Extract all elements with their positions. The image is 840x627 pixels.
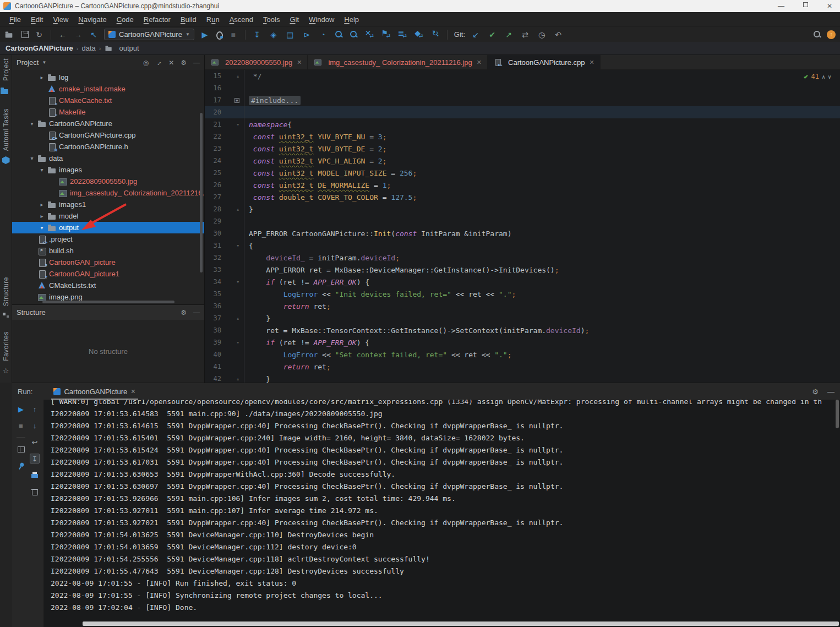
console-vertical-scrollbar[interactable] [836, 400, 839, 428]
tree-item--project[interactable]: .project [12, 233, 204, 245]
deploy-icon[interactable]: ↧ [252, 30, 262, 40]
tree-item-makefile[interactable]: Makefile [12, 106, 204, 118]
fold-marker[interactable] [221, 361, 244, 373]
menu-ascend[interactable]: Ascend [225, 15, 258, 24]
run-tab-close-icon[interactable]: ✕ [130, 388, 135, 395]
tree-item-20220809005550-jpg[interactable]: 20220809005550.jpg [12, 176, 204, 187]
fold-marker[interactable]: ▵ [221, 373, 244, 383]
chevron-right-icon[interactable]: ▸ [36, 201, 47, 208]
menu-edit[interactable]: Edit [26, 15, 48, 24]
run-tab[interactable]: CartoonGANPicture ✕ [51, 383, 138, 400]
restore-layout-icon[interactable] [16, 444, 26, 454]
soft-wrap-icon[interactable]: ↩ [30, 437, 40, 447]
git-push-icon[interactable]: ↗ [504, 30, 514, 40]
tree-item-model[interactable]: ▸model [12, 210, 204, 222]
chevron-right-icon[interactable]: ▸ [36, 74, 47, 80]
fold-marker[interactable]: ▿ [221, 118, 244, 130]
fold-marker[interactable]: ▿ [221, 239, 244, 252]
scroll-to-end-icon[interactable]: ↧ [30, 454, 40, 464]
menu-window[interactable]: Window [304, 15, 339, 24]
chevron-right-icon[interactable]: ▸ [36, 213, 47, 219]
structure-toolwindow-icon[interactable] [3, 312, 9, 318]
fold-marker[interactable] [221, 155, 244, 167]
project-toolwindow-icon[interactable] [0, 86, 9, 95]
compare-tree-icon[interactable]: ≣⇄ [397, 28, 407, 41]
breadcrumb-item-cartoonganpicture[interactable]: CartoonGANPicture [6, 44, 73, 52]
up-stack-trace-icon[interactable]: ↑ [30, 404, 40, 414]
build-config-icon[interactable]: ▤ [285, 30, 295, 40]
stop-icon[interactable]: ■ [228, 30, 238, 40]
compare-x-icon[interactable]: ✕⇄ [364, 28, 374, 41]
tree-item-images1[interactable]: ▸images1 [12, 199, 204, 210]
fold-expand-icon[interactable]: + [234, 98, 239, 103]
fold-marker[interactable] [221, 179, 244, 191]
minimize-button[interactable]: — [778, 2, 784, 10]
tree-item-build-sh[interactable]: build.sh [12, 245, 204, 257]
run-config-select[interactable]: CartoonGANPicture ▼ [104, 29, 194, 40]
tab-close-icon[interactable]: ✕ [297, 59, 302, 66]
menu-code[interactable]: Code [112, 15, 139, 24]
breadcrumb-item-data[interactable]: data [81, 44, 95, 52]
down-stack-trace-icon[interactable]: ↓ [30, 421, 40, 430]
fold-marker[interactable] [221, 106, 244, 118]
fold-marker[interactable] [221, 82, 244, 94]
save-all-icon[interactable] [21, 31, 29, 38]
run-settings-gear-icon[interactable]: ⚙ [812, 388, 819, 396]
tree-item-output[interactable]: ▾output [12, 222, 204, 233]
tree-item-cartoonganpicture-cpp[interactable]: CartoonGANPicture.cpp [12, 129, 204, 141]
tree-item-cmakecache-txt[interactable]: CMakeCache.txt [12, 95, 204, 106]
chevron-down-icon[interactable]: ▾ [36, 167, 47, 173]
fold-marker[interactable] [221, 348, 244, 361]
update-available-icon[interactable]: ↑ [827, 30, 836, 39]
maximize-button[interactable] [803, 2, 808, 7]
menu-build[interactable]: Build [176, 15, 201, 24]
locate-file-icon[interactable]: ◎ [143, 59, 149, 67]
run-hide-icon[interactable]: — [827, 388, 834, 396]
next-problem-icon[interactable]: ∨ [828, 74, 831, 80]
fold-marker[interactable] [221, 191, 244, 203]
fold-marker[interactable]: ▵ [221, 70, 244, 82]
back-icon[interactable]: ← [58, 30, 68, 40]
search-everywhere-icon[interactable] [813, 30, 821, 39]
log-search-icon[interactable] [350, 30, 358, 39]
run-console[interactable]: [ WARN:0] global /usr1/opensource/openso… [44, 400, 840, 627]
tree-horizontal-scrollbar[interactable] [42, 301, 174, 303]
fold-marker[interactable]: ▵ [221, 203, 244, 215]
tree-vertical-scrollbar[interactable] [200, 113, 203, 272]
tree-item-cmakelists-txt[interactable]: CMakeLists.txt [12, 280, 204, 291]
model-analyzer-icon[interactable] [335, 30, 343, 39]
menu-git[interactable]: Git [285, 15, 304, 24]
chevron-down-icon[interactable]: ▼ [42, 60, 46, 65]
fold-marker[interactable]: ▵ [221, 312, 244, 324]
print-icon[interactable] [30, 470, 40, 480]
tree-item-cartoongan-picture[interactable]: CartoonGAN_picture [12, 257, 204, 268]
sidebar-item-automl-tasks[interactable]: Automl Tasks [2, 108, 10, 151]
hide-panel-icon[interactable]: — [193, 59, 200, 67]
prev-problem-icon[interactable]: ∧ [822, 74, 825, 80]
sidebar-item-structure[interactable]: Structure [2, 277, 10, 306]
clear-console-icon[interactable] [30, 487, 40, 497]
code-editor[interactable]: 15▵ */1617+#include...2021▿namespace{22 … [205, 70, 840, 383]
rerun-icon[interactable]: ▶ [16, 404, 26, 414]
debug-icon[interactable] [215, 31, 223, 39]
project-panel-title[interactable]: Project [17, 58, 39, 67]
menu-file[interactable]: File [4, 15, 26, 24]
fold-marker[interactable] [221, 264, 244, 276]
inspections-widget[interactable]: ✔✔ 41 ∧ ∨ [804, 73, 831, 80]
structure-hide-icon[interactable]: — [193, 309, 200, 317]
tree-item-cartoonganpicture[interactable]: ▾CartoonGANPicture [12, 118, 204, 129]
remote-run-icon[interactable]: ⊳ [302, 30, 312, 40]
menu-tools[interactable]: Tools [258, 15, 285, 24]
compare-package-icon[interactable]: ◆⇄ [414, 28, 424, 41]
reload-from-disk-icon[interactable]: ↻ [34, 30, 44, 40]
git-update-icon[interactable]: ↙ [471, 30, 481, 40]
tree-item-data[interactable]: ▾data [12, 152, 204, 164]
editor-tab-20220809005550-jpg[interactable]: 20220809005550.jpg✕ [205, 55, 308, 69]
fold-marker[interactable] [221, 143, 244, 155]
fold-marker[interactable] [221, 252, 244, 264]
git-diff-icon[interactable]: ⇄ [520, 30, 530, 40]
git-history-icon[interactable]: ◷ [537, 30, 547, 40]
breadcrumb-item-output[interactable]: output [119, 44, 139, 52]
tree-item-log[interactable]: ▸log [12, 72, 204, 83]
chevron-down-icon[interactable]: ▾ [26, 155, 37, 161]
